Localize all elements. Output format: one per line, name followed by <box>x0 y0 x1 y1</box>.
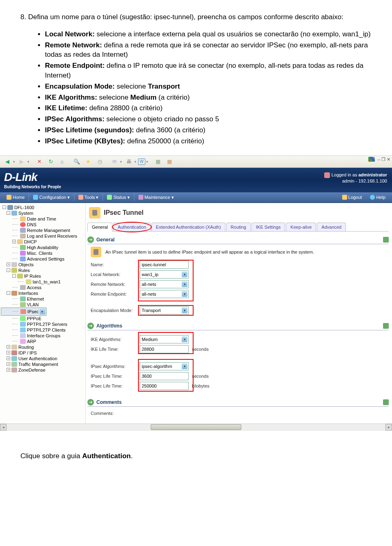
scroll-thumb[interactable] <box>151 424 241 430</box>
help-icon <box>370 195 375 200</box>
tree-access[interactable]: Access <box>27 285 41 290</box>
collapse-button[interactable] <box>383 237 389 243</box>
nav-status[interactable]: Status ▾ <box>103 195 134 200</box>
remote-network-select[interactable]: all-nets <box>140 280 189 288</box>
tools-icon <box>78 195 83 200</box>
tree-system[interactable]: System <box>18 211 33 216</box>
section-algorithms-title: Algorithms <box>96 323 122 329</box>
label-comments: Comments: <box>91 411 140 416</box>
label-ike-algorithms: IKE Algorithms: <box>91 337 140 342</box>
login-info: Logged in as administrator admin - 192.1… <box>324 172 387 184</box>
brand-logo: D-Link <box>4 171 61 184</box>
arrow-right-icon: ➔ <box>87 236 94 243</box>
tree-ha[interactable]: High Availability <box>27 245 58 250</box>
tree-iprules[interactable]: IP Rules <box>24 274 41 279</box>
tree-pppoe[interactable]: PPPoE <box>27 316 41 321</box>
tree-zone[interactable]: ZoneDefense <box>18 368 45 372</box>
windows-flag-icon <box>368 157 375 162</box>
tree-pptps[interactable]: PPTP/L2TP Servers <box>27 322 67 327</box>
label-encapsulation: Encapsulation Mode: <box>91 308 140 313</box>
tab-keepalive[interactable]: Keep-alive <box>286 223 316 231</box>
nav-configuration[interactable]: Configuration ▾ <box>29 195 74 200</box>
tab-ike-settings[interactable]: IKE Settings <box>252 223 285 231</box>
tree-arp[interactable]: ARP <box>27 339 36 344</box>
tree-dns[interactable]: DNS <box>27 222 36 227</box>
mail-icon[interactable]: ✉ <box>109 157 119 166</box>
nav-home[interactable]: Home <box>2 195 29 200</box>
tree-date[interactable]: Date and Time <box>27 216 56 221</box>
nav-maintenance[interactable]: Maintenance ▾ <box>134 195 178 200</box>
ike-algorithms-select[interactable]: Medium <box>140 335 189 343</box>
scroll-track[interactable] <box>7 424 385 430</box>
tree-remote[interactable]: Remote Management <box>27 228 70 233</box>
toggle-icon[interactable]: - <box>2 205 6 209</box>
scroll-left-button[interactable]: ◂ <box>0 424 7 430</box>
label-local-network: Local Network: <box>91 272 140 277</box>
tree-adv[interactable]: Advanced Settings <box>27 256 65 261</box>
tree-dhcp[interactable]: DHCP <box>24 239 37 244</box>
search-icon[interactable]: 🔍 <box>72 157 82 166</box>
nav-logout[interactable]: Logout <box>338 195 366 200</box>
tree-interfaces[interactable]: Interfaces <box>18 291 38 296</box>
history-icon[interactable]: ◷ <box>95 157 105 166</box>
forward-button[interactable]: ▶ <box>17 157 27 166</box>
tree-ipsec[interactable]: IPsec <box>27 309 39 314</box>
status-icon <box>107 195 112 200</box>
step-intro: 8. Defina um nome para o túnel (sugestão… <box>20 12 372 22</box>
step-number: 8. <box>20 13 26 21</box>
print-icon[interactable]: 🖶 <box>124 157 134 166</box>
tree-log[interactable]: Log and Event Receivers <box>27 234 77 238</box>
remote-endpoint-select[interactable]: all-nets <box>140 290 189 298</box>
research-icon[interactable]: ▦ <box>165 157 174 166</box>
tab-xauth[interactable]: Extended Authentication (XAuth) <box>151 223 225 231</box>
home-button[interactable]: ⌂ <box>57 157 67 166</box>
tree-root[interactable]: DFL-1600 <box>14 205 34 210</box>
back-button[interactable]: ◀ <box>2 157 12 166</box>
page-title: IPsec Tunnel <box>104 209 144 216</box>
device-icon <box>7 205 13 210</box>
ipsec-lifetime-sec-input[interactable] <box>140 372 189 380</box>
tree-lanrule[interactable]: lan1_to_wan1 <box>33 279 61 284</box>
tree-objects[interactable]: Objects <box>18 262 33 267</box>
ipsec-lifetime-kb-input[interactable] <box>140 382 189 390</box>
nav-tools[interactable]: Tools ▾ <box>74 195 103 200</box>
bullet-list: Local Network: selecione a interface ext… <box>45 29 372 146</box>
scroll-right-button[interactable]: ▸ <box>385 424 392 430</box>
tree-misc[interactable]: Misc. Clients <box>27 251 52 256</box>
logout-icon <box>342 195 347 200</box>
nav-tree: -DFL-1600 -System Date and Time DNS Remo… <box>0 203 86 423</box>
stop-button[interactable]: ✕ <box>34 157 44 166</box>
horizontal-scrollbar[interactable]: ◂ ▸ <box>0 423 392 431</box>
nav-help[interactable]: Help <box>366 195 390 200</box>
config-icon <box>33 195 38 200</box>
tree-ethernet[interactable]: Ethernet <box>27 296 44 301</box>
refresh-button[interactable]: ↻ <box>46 157 56 166</box>
tab-authentication[interactable]: Authentication <box>113 223 151 231</box>
tab-routing[interactable]: Routing <box>226 223 251 231</box>
tree-rules[interactable]: Rules <box>18 268 30 273</box>
tab-advanced[interactable]: Advanced <box>317 223 346 231</box>
collapse-button[interactable] <box>383 399 389 405</box>
tree-vlan[interactable]: VLAN <box>27 302 39 307</box>
local-network-select[interactable]: wan1_ip <box>140 270 189 279</box>
tree-traffic[interactable]: Traffic Management <box>18 362 58 367</box>
discuss-icon[interactable]: ▦ <box>153 157 163 166</box>
favorites-icon[interactable]: ★ <box>83 157 93 166</box>
restore-button[interactable]: ❐ <box>381 157 385 162</box>
tree-idp[interactable]: IDP / IPS <box>18 350 37 355</box>
tree-ifg[interactable]: Interface Groups <box>27 333 60 338</box>
encapsulation-select[interactable]: Transport <box>140 306 189 314</box>
tree-userauth[interactable]: User Authentication <box>18 356 57 361</box>
minimize-button[interactable]: – <box>378 157 380 162</box>
tab-bar: General Authentication Extended Authenti… <box>87 223 389 232</box>
tree-pptpc[interactable]: PPTP/L2TP Clients <box>27 328 66 332</box>
edit-icon[interactable]: W <box>138 158 145 165</box>
ike-lifetime-input[interactable] <box>140 345 189 353</box>
tree-routing[interactable]: Routing <box>18 345 34 350</box>
name-input[interactable] <box>140 261 189 269</box>
collapse-button[interactable] <box>383 323 389 329</box>
tab-general[interactable]: General <box>87 223 112 232</box>
arrow-right-icon: ➔ <box>87 323 94 329</box>
ipsec-algorithms-select[interactable]: ipsec-algorithm <box>140 362 189 370</box>
close-button[interactable]: ✕ <box>387 157 390 162</box>
